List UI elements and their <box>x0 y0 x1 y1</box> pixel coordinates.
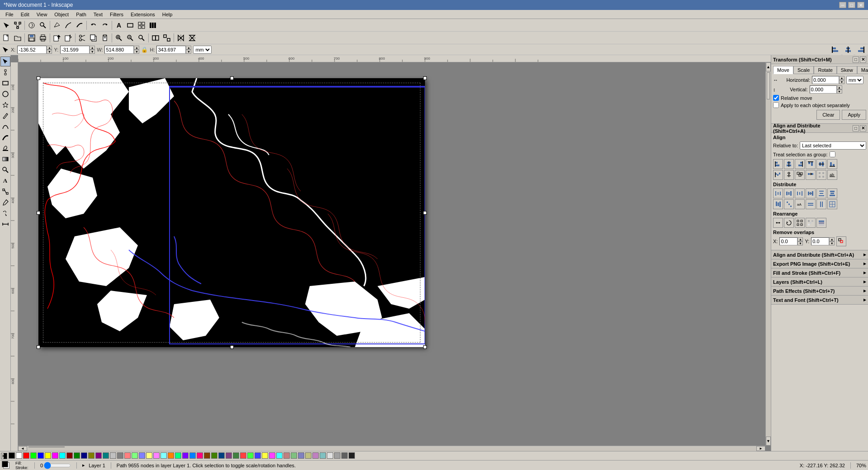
pencil-draw-tool[interactable] <box>0 111 10 121</box>
overlap-y-spin-up[interactable]: ▲ <box>829 237 835 241</box>
flip-v-btn[interactable] <box>187 33 198 43</box>
paste-btn[interactable] <box>99 33 110 43</box>
save-btn[interactable] <box>26 33 37 43</box>
palette-color-19[interactable] <box>146 452 152 459</box>
transform-unit-select[interactable]: mm px cm <box>846 76 863 84</box>
palette-color-41[interactable] <box>305 452 311 459</box>
h-spin-down[interactable]: ▼ <box>186 50 191 54</box>
rearrange-reverse-order-btn[interactable] <box>816 218 826 228</box>
align-left-coord-btn[interactable] <box>830 44 841 55</box>
palette-color-25[interactable] <box>189 452 196 459</box>
palette-color-22[interactable] <box>168 452 174 459</box>
apply-each-checkbox[interactable] <box>773 102 779 108</box>
align-right-coord-btn[interactable] <box>855 44 866 55</box>
palette-color-40[interactable] <box>298 452 304 459</box>
align-center-coord-btn[interactable] <box>843 44 854 55</box>
opacity-slider[interactable] <box>44 463 71 468</box>
scrollbar-right-btn[interactable]: ► <box>756 446 765 451</box>
unit-select[interactable]: mm px cm in pt <box>193 46 212 54</box>
overlap-x-spin-down[interactable]: ▼ <box>797 241 803 245</box>
tab-scale[interactable]: Scale <box>793 66 814 74</box>
align-bottom-edges-btn[interactable] <box>827 159 837 169</box>
palette-color-46[interactable] <box>341 452 348 459</box>
menu-filters[interactable]: Filters <box>106 11 127 18</box>
zoom-in-btn[interactable] <box>113 33 124 43</box>
palette-color-12[interactable] <box>95 452 102 459</box>
fill-indicator[interactable] <box>2 461 8 467</box>
minimize-button[interactable]: ─ <box>839 2 846 8</box>
dist-centers-v-btn[interactable] <box>827 188 837 198</box>
palette-color-36[interactable] <box>269 452 275 459</box>
scrollbar-thumb-h[interactable] <box>28 446 65 447</box>
palette-color-18[interactable] <box>139 452 145 459</box>
palette-color-16[interactable] <box>124 452 131 459</box>
collapsed-export-panel[interactable]: Export PNG Image (Shift+Ctrl+E) ▸ <box>771 259 868 268</box>
dist-equal-h-btn[interactable] <box>806 199 816 209</box>
cut-btn[interactable] <box>77 33 88 43</box>
redo-btn[interactable] <box>99 20 110 31</box>
horizontal-spin-down[interactable]: ▼ <box>839 80 844 84</box>
dist-top-edges-btn[interactable] <box>816 188 826 198</box>
w-spin-down[interactable]: ▼ <box>134 50 139 54</box>
palette-color-33[interactable] <box>247 452 254 459</box>
palette-color-45[interactable] <box>334 452 340 459</box>
handle-tr[interactable] <box>423 76 427 80</box>
palette-color-31[interactable] <box>233 452 239 459</box>
scrollbar-up-btn[interactable]: ▲ <box>766 62 771 71</box>
dist-equal-btn[interactable] <box>827 199 837 209</box>
pen-tool-btn[interactable] <box>63 20 74 31</box>
dist-centers-h-btn[interactable] <box>784 188 794 198</box>
palette-color-37[interactable] <box>276 452 283 459</box>
relative-to-select[interactable]: Last selected First selected Biggest obj… <box>800 141 866 150</box>
palette-color-14[interactable] <box>110 452 116 459</box>
handle-tl[interactable] <box>37 76 40 80</box>
new-btn[interactable] <box>1 33 12 43</box>
pencil-tool-btn[interactable] <box>52 20 62 31</box>
menu-edit[interactable]: Edit <box>17 11 33 18</box>
rearrange-exchange-btn[interactable] <box>773 218 783 228</box>
rect-draw-tool[interactable] <box>0 78 10 88</box>
menu-text[interactable]: Text <box>90 11 106 18</box>
zoom-fit-btn[interactable] <box>136 33 147 43</box>
h-spin-up[interactable]: ▲ <box>186 46 191 50</box>
group-btn[interactable] <box>150 33 161 43</box>
align-baseline-btn[interactable]: ab <box>827 170 837 180</box>
dist-bottom-edges-btn[interactable] <box>773 199 783 209</box>
menu-file[interactable]: File <box>2 11 17 18</box>
apply-button[interactable]: Apply <box>842 110 866 120</box>
h-input[interactable] <box>156 46 186 54</box>
handle-bm[interactable] <box>230 345 234 349</box>
collapsed-align-panel[interactable]: Align and Distribute (Shift+Ctrl+A) ▸ <box>771 250 868 259</box>
scrollbar-down-btn[interactable]: ▼ <box>766 437 771 446</box>
palette-color-43[interactable] <box>320 452 326 459</box>
align-panel-undock[interactable]: □ <box>853 125 859 132</box>
align-exchange-btn[interactable] <box>806 170 816 180</box>
align-left-edges-btn[interactable] <box>773 159 783 169</box>
rearrange-rotate-order-btn[interactable] <box>806 218 816 228</box>
connector-tool[interactable] <box>0 187 10 197</box>
palette-color-26[interactable] <box>197 452 203 459</box>
vertical-spin-down[interactable]: ▼ <box>837 89 842 94</box>
tab-rotate[interactable]: Rotate <box>814 66 836 74</box>
menu-object[interactable]: Object <box>51 11 72 18</box>
x-input[interactable] <box>17 46 47 54</box>
y-spin-up[interactable]: ▲ <box>90 46 95 50</box>
align-top-edges-btn[interactable] <box>806 159 816 169</box>
dist-right-edges-btn[interactable] <box>795 188 805 198</box>
palette-color-9[interactable] <box>74 452 80 459</box>
overlap-x-spin-up[interactable]: ▲ <box>797 237 803 241</box>
align-panel-close[interactable]: ✕ <box>860 125 866 132</box>
select-tool-btn[interactable] <box>1 20 12 31</box>
align-leftmost-btn[interactable] <box>773 170 783 180</box>
bucket-tool[interactable] <box>0 143 10 153</box>
menu-path[interactable]: Path <box>72 11 90 18</box>
palette-color-20[interactable] <box>153 452 160 459</box>
vertical-spin-up[interactable]: ▲ <box>837 85 842 89</box>
palette-color-24[interactable] <box>182 452 189 459</box>
grid-btn[interactable] <box>136 20 147 31</box>
palette-color-4[interactable] <box>38 452 44 459</box>
handle-bl[interactable] <box>37 345 40 349</box>
palette-color-13[interactable] <box>103 452 109 459</box>
tab-move[interactable]: Move <box>773 66 793 74</box>
transform-panel-undock[interactable]: □ <box>853 56 859 63</box>
